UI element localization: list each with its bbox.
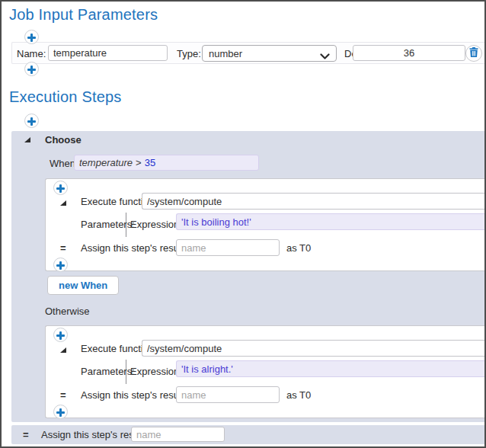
- expression-label: Expression:: [130, 366, 182, 377]
- result-type-label: as T0: [286, 389, 311, 401]
- add-substep-button[interactable]: [53, 328, 68, 342]
- name-label: Name:: [17, 48, 46, 59]
- expression-label: Expression:: [130, 219, 182, 230]
- when-branch-panel: Execute function Parameters: Expression:…: [45, 178, 484, 271]
- expression-input[interactable]: 'It is alright.': [176, 360, 484, 377]
- job-configuration-page: Job Input Parameters Name: Type: number …: [0, 0, 486, 448]
- result-name-input[interactable]: [176, 239, 280, 256]
- result-name-input[interactable]: [176, 386, 280, 403]
- assign-equals-sign: =: [60, 389, 66, 401]
- expression-value: 'It is boiling hot!': [181, 216, 251, 228]
- parameter-type-select[interactable]: number: [202, 45, 337, 62]
- result-type-label: as T0: [286, 242, 311, 254]
- when-value: 35: [145, 157, 155, 168]
- expression-value: 'It is alright.': [181, 363, 233, 375]
- parameters-label: Parameters:: [81, 219, 135, 230]
- collapse-function-icon[interactable]: [60, 200, 66, 206]
- parameter-name-input[interactable]: [48, 45, 168, 61]
- add-parameter-button-bottom[interactable]: [24, 62, 39, 76]
- type-selected-value: number: [209, 48, 242, 59]
- new-when-button[interactable]: new When: [47, 276, 119, 295]
- chevron-down-icon: [320, 51, 330, 62]
- trash-icon: [469, 47, 478, 59]
- step-result-row: = Assign this step's result to: [11, 425, 484, 444]
- delete-parameter-button[interactable]: [465, 45, 482, 62]
- when-variable: temperature: [79, 157, 133, 168]
- add-substep-button[interactable]: [53, 405, 68, 419]
- assign-equals-sign: =: [23, 429, 29, 440]
- result-name-input[interactable]: [131, 427, 225, 442]
- function-path-input[interactable]: [142, 340, 484, 357]
- otherwise-branch-panel: Execute function Parameters: Expression:…: [45, 325, 484, 418]
- when-condition-input[interactable]: temperature > 35: [74, 155, 259, 171]
- function-path-input[interactable]: [142, 193, 484, 210]
- add-parameter-button-top[interactable]: [24, 30, 39, 44]
- choose-step-block: Choose When temperature > 35 Execute fun…: [11, 131, 484, 422]
- assign-equals-sign: =: [60, 242, 66, 254]
- parameter-row: Name: Type: number Default:: [11, 42, 484, 64]
- when-operator: >: [136, 157, 142, 168]
- type-label: Type:: [177, 48, 201, 59]
- choose-step-label: Choose: [45, 134, 82, 146]
- execution-steps-title: Execution Steps: [9, 88, 122, 106]
- add-substep-button[interactable]: [53, 181, 68, 195]
- parameter-default-input[interactable]: [353, 45, 465, 61]
- expression-input[interactable]: 'It is boiling hot!': [176, 213, 484, 230]
- collapse-function-icon[interactable]: [60, 347, 66, 353]
- parameters-label: Parameters:: [81, 366, 135, 377]
- when-label: When: [50, 158, 75, 169]
- job-input-parameters-title: Job Input Parameters: [9, 6, 158, 24]
- otherwise-label: Otherwise: [45, 306, 90, 317]
- collapse-choose-icon[interactable]: [24, 137, 30, 142]
- add-substep-button[interactable]: [53, 258, 68, 272]
- add-step-button[interactable]: [24, 114, 39, 128]
